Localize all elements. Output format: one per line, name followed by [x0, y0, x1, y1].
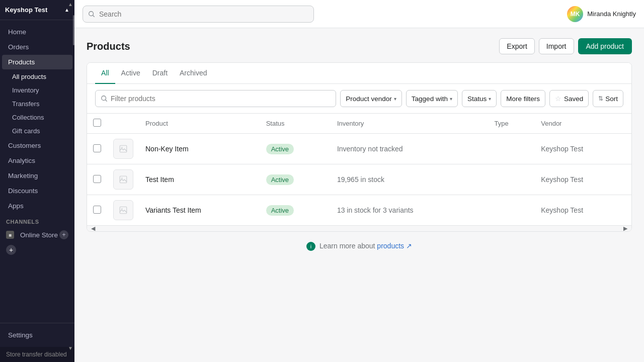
scroll-right-arrow[interactable]: ▶ [621, 225, 629, 232]
global-search-input[interactable] [99, 10, 308, 18]
select-all-header[interactable] [87, 114, 107, 134]
row-1-checkbox-cell[interactable] [87, 134, 107, 164]
row-1-name: Non-Key Item [145, 145, 189, 153]
sidebar: Keyshop Test ▲ ▲ Home Orders Products Al… [0, 0, 74, 362]
row-2-checkbox[interactable] [93, 175, 101, 183]
products-learn-more-link[interactable]: products ↗ [377, 242, 412, 250]
sidebar-item-inventory[interactable]: Inventory [0, 83, 74, 97]
sidebar-scroll-up[interactable]: ▲ [66, 0, 74, 8]
row-2-img-cell [107, 164, 139, 195]
add-channel-button[interactable]: + [6, 245, 16, 255]
svg-line-1 [93, 15, 94, 17]
row-2-status-cell: Active [260, 164, 331, 195]
page-content: Products Export Import Add product All A… [74, 28, 644, 362]
scroll-left-arrow[interactable]: ◀ [89, 225, 97, 232]
row-2-checkbox-cell[interactable] [87, 164, 107, 195]
image-placeholder-icon [119, 175, 128, 184]
sort-button[interactable]: ⇅ Sort [593, 90, 623, 107]
sidebar-item-transfers[interactable]: Transfers [0, 97, 74, 111]
select-all-checkbox[interactable] [93, 119, 101, 127]
row-2-thumbnail [113, 169, 133, 190]
row-1-checkbox[interactable] [93, 144, 101, 152]
sidebar-item-all-products[interactable]: All products [0, 70, 74, 83]
tab-active[interactable]: Active [115, 63, 146, 84]
avatar[interactable]: MK [567, 6, 583, 22]
discounts-item-label: Discounts [8, 187, 38, 195]
sidebar-item-marketing[interactable]: Marketing [2, 168, 72, 183]
page-header: Products Export Import Add product [87, 38, 632, 54]
svg-point-9 [121, 208, 122, 209]
sidebar-item-home[interactable]: Home [2, 25, 72, 39]
status-filter[interactable]: Status ▾ [462, 90, 497, 107]
row-3-inventory: 13 in stock for 3 variants [337, 206, 414, 214]
header-actions: Export Import Add product [499, 38, 632, 54]
tab-draft[interactable]: Draft [146, 63, 174, 84]
sidebar-item-settings[interactable]: Settings [2, 328, 72, 342]
sidebar-bottom: Settings [0, 323, 74, 347]
row-3-status-badge: Active [266, 205, 294, 216]
product-img-header [107, 114, 139, 134]
sidebar-item-discounts[interactable]: Discounts [2, 184, 72, 198]
sidebar-item-analytics[interactable]: Analytics [2, 153, 72, 168]
sidebar-item-online-store[interactable]: ■ Online Store + [0, 227, 74, 243]
info-icon: i [306, 242, 315, 251]
row-1-img-cell [107, 134, 139, 164]
scroll-arrows: ◀ ▶ [89, 225, 629, 232]
svg-point-7 [121, 177, 122, 178]
user-name: Miranda Knightly [587, 10, 636, 18]
row-3-type-cell [488, 195, 535, 226]
sidebar-item-collections[interactable]: Collections [0, 111, 74, 124]
page-title: Products [87, 41, 130, 52]
tab-archived[interactable]: Archived [174, 63, 213, 84]
sidebar-item-customers[interactable]: Customers [2, 138, 72, 153]
table-row[interactable]: Variants Test Item Active 13 in stock fo… [87, 195, 631, 226]
tab-all[interactable]: All [95, 63, 115, 84]
svg-line-3 [105, 100, 107, 101]
products-table: Product Status Inventory Type Vendor [87, 114, 631, 225]
filters-bar: Product vendor ▾ Tagged with ▾ Status ▾ … [87, 84, 631, 114]
table-row[interactable]: Test Item Active 19,965 in stock [87, 164, 631, 195]
more-filters-button[interactable]: More filters [501, 90, 545, 107]
marketing-item-label: Marketing [8, 172, 38, 179]
avatar-initials: MK [571, 11, 580, 18]
sidebar-item-products[interactable]: Products [2, 55, 72, 69]
filter-input-wrap[interactable] [95, 90, 336, 107]
collections-label: Collections [12, 114, 44, 121]
learn-more-text: Learn more about [319, 242, 375, 250]
customers-item-label: Customers [8, 142, 41, 149]
sidebar-scroll-down[interactable]: ▼ [66, 344, 74, 352]
sidebar-item-gift-cards[interactable]: Gift cards [0, 124, 74, 138]
row-3-thumbnail [113, 200, 133, 220]
row-3-checkbox[interactable] [93, 206, 101, 214]
row-3-vendor: Keyshop Test [541, 206, 583, 214]
inventory-col-header: Inventory [331, 114, 489, 134]
tagged-with-chevron-icon: ▾ [450, 96, 452, 102]
row-2-type-cell [488, 164, 535, 195]
filter-products-input[interactable] [111, 95, 331, 103]
sidebar-scrollbar[interactable] [73, 15, 74, 45]
filter-search-icon [101, 95, 108, 102]
sidebar-item-orders[interactable]: Orders [2, 40, 72, 54]
saved-filter-button[interactable]: ☆ Saved [549, 90, 589, 107]
export-button[interactable]: Export [499, 38, 534, 54]
add-product-button[interactable]: Add product [578, 38, 632, 54]
sidebar-item-apps[interactable]: Apps [2, 199, 72, 213]
table-row[interactable]: Non-Key Item Active Inventory not tracke… [87, 134, 631, 164]
import-button[interactable]: Import [539, 38, 574, 54]
product-tabs: All Active Draft Archived [87, 63, 631, 84]
inventory-label: Inventory [12, 86, 39, 94]
more-filters-label: More filters [506, 95, 540, 103]
row-1-type-cell [488, 134, 535, 164]
tagged-with-label: Tagged with [412, 95, 448, 103]
row-1-name-cell: Non-Key Item [139, 134, 260, 164]
row-2-inventory: 19,965 in stock [337, 175, 384, 184]
product-col-header: Product [139, 114, 260, 134]
global-search-bar[interactable] [83, 6, 314, 23]
tagged-with-filter[interactable]: Tagged with ▾ [406, 90, 458, 107]
online-store-settings-icon[interactable]: + [59, 230, 68, 239]
sidebar-footer-text: Store transfer disabled [0, 347, 74, 362]
product-vendor-filter[interactable]: Product vendor ▾ [340, 90, 402, 107]
row-3-checkbox-cell[interactable] [87, 195, 107, 226]
store-name[interactable]: Keyshop Test ▲ [0, 0, 74, 20]
settings-label: Settings [8, 331, 33, 339]
